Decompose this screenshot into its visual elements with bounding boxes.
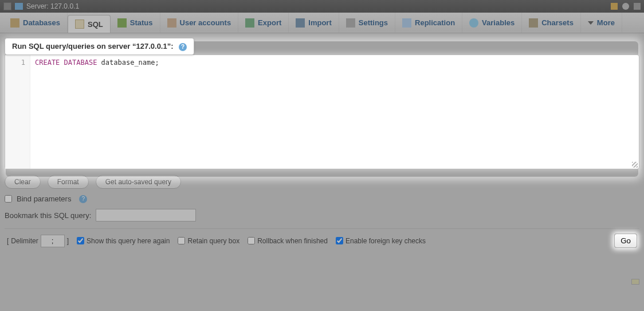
sql-icon: [75, 20, 84, 29]
help-icon[interactable]: ?: [79, 195, 87, 203]
titlebar: Server: 127.0.0.1: [0, 0, 644, 13]
gear-icon[interactable]: [622, 3, 629, 10]
tab-label: Status: [130, 18, 153, 27]
collapse-icon[interactable]: [634, 3, 641, 10]
rollback-label: Rollback when finished: [257, 237, 328, 245]
lock-icon[interactable]: [611, 3, 618, 10]
replication-icon: [402, 18, 411, 28]
editor-gutter: 1: [5, 55, 30, 169]
import-icon: [296, 18, 305, 28]
tab-label: Settings: [359, 18, 388, 27]
status-icon: [117, 18, 127, 28]
variables-icon: [469, 18, 478, 28]
titlebar-label: Server: 127.0.0.1: [26, 2, 79, 10]
panel-title: Run SQL query/queries on server “127.0.0…: [12, 42, 174, 50]
panel-toggle-icon[interactable]: [3, 2, 11, 10]
delimiter-close-bracket: ]: [67, 237, 69, 245]
tab-export[interactable]: Export: [238, 13, 289, 33]
autosaved-button[interactable]: Get auto-saved query: [96, 175, 181, 189]
delimiter-label: Delimiter: [11, 237, 38, 245]
format-button[interactable]: Format: [48, 175, 89, 189]
rollback-checkbox[interactable]: [248, 237, 255, 244]
go-button[interactable]: Go: [614, 234, 637, 248]
tab-import[interactable]: Import: [289, 13, 339, 33]
bind-parameters-label: Bind parameters: [17, 195, 71, 203]
editor-code[interactable]: CREATE DATABASE database_name;: [30, 55, 631, 169]
show-again-checkbox[interactable]: [77, 237, 84, 244]
bind-parameters-checkbox[interactable]: [5, 195, 12, 203]
delimiter-input[interactable]: [41, 235, 65, 247]
tab-settings[interactable]: Settings: [339, 13, 395, 33]
help-icon[interactable]: ?: [179, 43, 187, 51]
tab-label: User accounts: [180, 18, 231, 27]
line-number: 1: [5, 59, 25, 67]
tab-label: Charsets: [541, 18, 574, 27]
panel-title-box: Run SQL query/queries on server “127.0.0…: [5, 38, 194, 55]
bookmark-input[interactable]: [96, 209, 196, 221]
sql-rest: database_name;: [97, 59, 159, 67]
export-icon: [245, 18, 254, 28]
tab-label: More: [597, 18, 615, 27]
tab-label: SQL: [88, 20, 103, 29]
tab-charsets[interactable]: Charsets: [522, 13, 581, 33]
show-again-label: Show this query here again: [87, 237, 170, 245]
charsets-icon: [529, 18, 538, 28]
tab-label: Export: [258, 18, 281, 27]
resize-handle-icon[interactable]: [632, 162, 638, 168]
tab-status[interactable]: Status: [111, 13, 160, 33]
tabbar: Databases SQL Status User accounts Expor…: [0, 13, 644, 33]
tab-user-accounts[interactable]: User accounts: [160, 13, 239, 33]
delimiter-open-bracket: [: [7, 237, 9, 245]
tab-sql[interactable]: SQL: [68, 15, 111, 33]
sql-editor[interactable]: 1 CREATE DATABASE database_name;: [5, 55, 639, 169]
wrench-icon: [346, 18, 355, 28]
sql-keyword: CREATE DATABASE: [35, 59, 97, 67]
tab-variables[interactable]: Variables: [462, 13, 522, 33]
server-icon: [15, 3, 23, 10]
tab-label: Replication: [415, 18, 455, 27]
foreign-key-checkbox[interactable]: [336, 237, 343, 244]
tab-more[interactable]: More: [581, 13, 622, 33]
foreign-key-label: Enable foreign key checks: [345, 237, 426, 245]
tab-label: Databases: [23, 18, 60, 27]
retain-box-checkbox[interactable]: [178, 237, 185, 244]
tab-label: Import: [308, 18, 331, 27]
tab-databases[interactable]: Databases: [3, 13, 68, 33]
database-icon: [10, 18, 19, 28]
bookmark-label: Bookmark this SQL query:: [5, 211, 91, 220]
clear-button[interactable]: Clear: [5, 175, 41, 189]
tab-replication[interactable]: Replication: [395, 13, 462, 33]
retain-box-label: Retain query box: [187, 237, 239, 245]
users-icon: [167, 18, 176, 28]
tab-label: Variables: [482, 18, 515, 27]
footer-collapse-icon[interactable]: [631, 279, 639, 285]
caret-down-icon: [588, 21, 594, 25]
